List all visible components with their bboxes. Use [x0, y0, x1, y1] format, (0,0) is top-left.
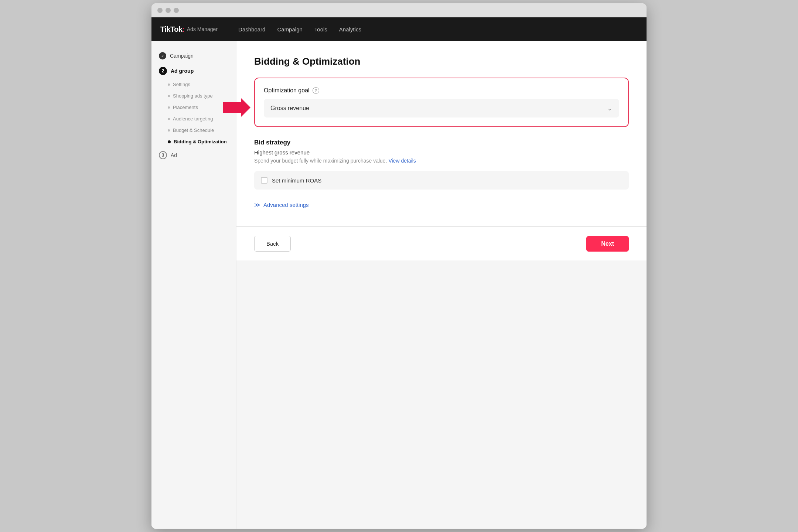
opt-goal-text: Optimization goal: [264, 87, 310, 94]
traffic-light-green: [174, 8, 179, 13]
content-area: Bidding & Optimization Optimization goal: [236, 41, 647, 260]
ad-step-num: 3: [159, 151, 167, 159]
sidebar-item-ad[interactable]: 3 Ad: [151, 147, 236, 163]
browser-window: TikTok: Ads Manager Dashboard Campaign T…: [151, 3, 647, 529]
sidebar-sub-settings[interactable]: Settings: [151, 79, 236, 90]
opt-goal-label-row: Optimization goal ?: [264, 87, 619, 94]
roas-checkbox-row: Set minimum ROAS: [254, 171, 629, 190]
logo-dot: :: [183, 25, 185, 33]
bid-strategy-subtitle: Highest gross revenue: [254, 149, 629, 156]
browser-chrome: [151, 3, 647, 17]
sidebar-item-campaign[interactable]: ✓ Campaign: [151, 48, 236, 63]
bid-strategy-title: Bid strategy: [254, 139, 629, 146]
logo-subtitle: Ads Manager: [187, 26, 218, 32]
sub-label-bidding: Bidding & Optimization: [174, 139, 227, 144]
sidebar-ad-label: Ad: [171, 152, 177, 158]
next-button[interactable]: Next: [586, 236, 629, 252]
opt-goal-value: Gross revenue: [270, 105, 309, 112]
roas-label: Set minimum ROAS: [272, 177, 321, 184]
optimization-goal-card: Optimization goal ? Gross revenue ⌄: [254, 78, 629, 127]
advanced-settings-label: Advanced settings: [263, 202, 309, 208]
sidebar-campaign-label: Campaign: [170, 53, 194, 59]
dropdown-chevron-icon: ⌄: [607, 104, 613, 112]
traffic-light-red: [157, 8, 163, 13]
bid-strategy-desc: Spend your budget fully while maximizing…: [254, 158, 629, 164]
nav-tools[interactable]: Tools: [314, 25, 327, 34]
sub-label-audience: Audience targeting: [173, 116, 213, 122]
top-nav: TikTok: Ads Manager Dashboard Campaign T…: [151, 17, 647, 41]
logo-tiktok: TikTok:: [160, 25, 185, 34]
sub-dot-audience: [168, 118, 170, 120]
sidebar-sub-bidding[interactable]: Bidding & Optimization: [151, 136, 236, 147]
svg-marker-0: [223, 98, 250, 117]
nav-campaign[interactable]: Campaign: [277, 25, 302, 34]
optimization-goal-dropdown[interactable]: Gross revenue ⌄: [264, 99, 619, 117]
sub-dot-settings: [168, 83, 170, 86]
chevron-double-icon: ≫: [254, 201, 260, 208]
bid-strategy-section: Bid strategy Highest gross revenue Spend…: [254, 139, 629, 190]
nav-analytics[interactable]: Analytics: [339, 25, 361, 34]
advanced-settings-toggle[interactable]: ≫ Advanced settings: [254, 198, 629, 211]
section-title: Bidding & Optimization: [254, 56, 629, 67]
nav-links: Dashboard Campaign Tools Analytics: [238, 25, 361, 34]
view-details-link[interactable]: View details: [388, 158, 416, 164]
back-button[interactable]: Back: [254, 236, 291, 252]
sidebar-item-ad-group[interactable]: 2 Ad group: [151, 63, 236, 79]
sub-dot-budget: [168, 129, 170, 132]
main-layout: ✓ Campaign 2 Ad group Settings Shopping …: [151, 41, 647, 529]
sidebar-sub-budget[interactable]: Budget & Schedule: [151, 125, 236, 136]
sub-label-settings: Settings: [173, 82, 190, 87]
sub-label-placements: Placements: [173, 105, 198, 110]
nav-dashboard[interactable]: Dashboard: [238, 25, 265, 34]
help-icon[interactable]: ?: [313, 87, 319, 94]
pointer-arrow: [223, 98, 250, 118]
content-wrapper: Bidding & Optimization Optimization goal: [236, 41, 647, 529]
sub-dot-bidding: [168, 140, 171, 143]
sub-dot-placements: [168, 106, 170, 109]
ad-group-step-num: 2: [159, 67, 167, 75]
sidebar-ad-group-label: Ad group: [171, 68, 194, 74]
traffic-light-yellow: [166, 8, 171, 13]
footer-bar: Back Next: [236, 226, 647, 260]
content-section: Bidding & Optimization Optimization goal: [236, 41, 647, 226]
sub-label-budget: Budget & Schedule: [173, 127, 214, 133]
opt-goal-wrapper: Optimization goal ? Gross revenue ⌄: [254, 78, 629, 139]
sub-label-shopping: Shopping ads type: [173, 93, 213, 99]
campaign-check-icon: ✓: [159, 52, 166, 59]
roas-checkbox[interactable]: [261, 177, 267, 184]
sub-dot-shopping: [168, 95, 170, 97]
logo-area: TikTok: Ads Manager: [160, 25, 218, 34]
